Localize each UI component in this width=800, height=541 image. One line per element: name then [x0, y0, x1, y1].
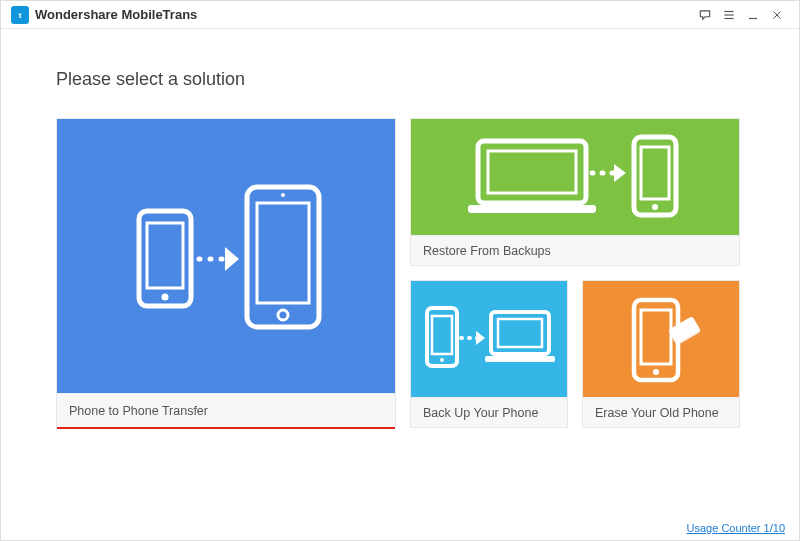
svg-point-21: [652, 204, 658, 210]
solution-grid: Phone to Phone Transfer: [56, 118, 744, 428]
svg-rect-30: [641, 310, 671, 364]
svg-rect-23: [432, 316, 452, 354]
svg-rect-12: [257, 203, 309, 303]
main-content: Please select a solution: [1, 29, 799, 438]
phone-erase-icon: [583, 281, 739, 397]
svg-rect-17: [468, 205, 596, 213]
svg-rect-28: [485, 356, 555, 362]
close-button[interactable]: [765, 3, 789, 27]
bottom-right-row: Back Up Your Phone: [410, 280, 740, 428]
app-logo-icon: t: [11, 6, 29, 24]
minimize-button[interactable]: [741, 3, 765, 27]
svg-point-9: [162, 294, 169, 301]
svg-rect-20: [641, 147, 669, 199]
card-phone-to-phone[interactable]: Phone to Phone Transfer: [56, 118, 396, 428]
svg-rect-27: [498, 319, 542, 347]
svg-point-31: [653, 369, 659, 375]
card-label: Restore From Backups: [411, 235, 739, 265]
page-heading: Please select a solution: [56, 69, 744, 90]
card-erase[interactable]: Erase Your Old Phone: [582, 280, 740, 428]
svg-rect-16: [488, 151, 576, 193]
card-label-text: Back Up Your Phone: [423, 406, 538, 420]
titlebar: t Wondershare MobileTrans: [1, 1, 799, 29]
svg-text:t: t: [19, 10, 22, 19]
card-label: Back Up Your Phone: [411, 397, 567, 427]
card-label-text: Erase Your Old Phone: [595, 406, 719, 420]
feedback-button[interactable]: [693, 3, 717, 27]
phone-to-phone-icon: [57, 119, 395, 393]
menu-button[interactable]: [717, 3, 741, 27]
app-title: Wondershare MobileTrans: [35, 7, 197, 22]
usage-counter-link[interactable]: Usage Counter 1/10: [687, 522, 785, 534]
card-label-text: Restore From Backups: [423, 244, 551, 258]
card-backup[interactable]: Back Up Your Phone: [410, 280, 568, 428]
selected-underline: [57, 427, 395, 429]
card-label-text: Phone to Phone Transfer: [69, 404, 208, 418]
card-label: Erase Your Old Phone: [583, 397, 739, 427]
svg-point-24: [440, 358, 444, 362]
phone-to-laptop-icon: [411, 281, 567, 397]
laptop-to-phone-icon: [411, 119, 739, 235]
svg-point-13: [278, 310, 288, 320]
svg-rect-8: [147, 223, 183, 288]
card-label: Phone to Phone Transfer: [57, 393, 395, 427]
card-restore[interactable]: Restore From Backups: [410, 118, 740, 266]
svg-point-14: [281, 193, 285, 197]
